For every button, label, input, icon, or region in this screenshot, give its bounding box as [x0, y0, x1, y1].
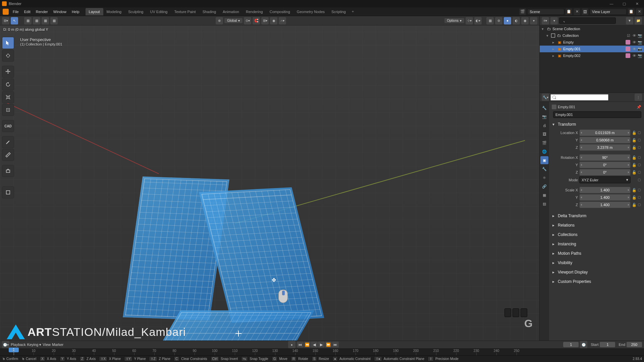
panel-transform-header[interactable]: ▾Transform — [552, 121, 641, 128]
close-button[interactable]: ✕ — [632, 1, 642, 7]
use-preview-range[interactable]: 🕐 — [580, 341, 587, 348]
add-workspace-button[interactable]: + — [349, 8, 357, 15]
snap-button[interactable]: 🧲 — [253, 17, 260, 24]
transform-tool[interactable] — [2, 104, 14, 116]
proptab-tool[interactable]: 🔧 — [540, 104, 548, 112]
keyframe-button[interactable] — [638, 171, 641, 174]
scene-icon[interactable]: 🎬 — [519, 8, 526, 15]
outliner-display-mode[interactable]: ▾ — [550, 17, 558, 24]
proptab-output[interactable]: 🖨 — [540, 121, 548, 129]
panel-viewport-display[interactable]: ▸Viewport Display — [552, 268, 641, 276]
outliner-editor-type[interactable]: ≡▾ — [542, 17, 549, 24]
measure-tool[interactable] — [2, 149, 14, 161]
properties-editor-type[interactable]: 🔧▾ — [542, 94, 549, 101]
proportional-falloff[interactable]: ∩▾ — [279, 17, 286, 24]
render-toggle[interactable]: 📷 — [637, 54, 643, 58]
viewlayer-delete-button[interactable]: ✕ — [636, 8, 643, 15]
cad-tool[interactable]: CAD — [2, 120, 14, 132]
lock-icon[interactable]: 🔓 — [632, 188, 637, 192]
menu-render[interactable]: Render — [33, 8, 51, 15]
lock-icon[interactable]: 🔓 — [632, 203, 637, 207]
lock-icon[interactable]: 🔓 — [632, 195, 637, 200]
keyframe-button[interactable] — [638, 189, 641, 191]
render-toggle[interactable]: 📷 — [637, 40, 643, 45]
keyframe-prev-button[interactable]: ⏪ — [304, 342, 311, 348]
play-reverse-button[interactable]: ◀ — [311, 342, 318, 348]
rotation-mode-dropdown[interactable]: XYZ Euler▾ — [579, 176, 631, 183]
keyframe-button[interactable] — [638, 131, 641, 134]
viewlayer-name-input[interactable] — [590, 9, 627, 15]
menu-file[interactable]: File — [10, 8, 21, 15]
hide-toggle[interactable]: 👁 — [632, 54, 637, 58]
keyframe-button[interactable] — [638, 196, 641, 199]
cursor-tool-header[interactable]: ↖ — [11, 17, 18, 24]
keyframe-next-button[interactable]: ⏩ — [325, 342, 332, 348]
panel-delta-transform[interactable]: ▸Delta Transform — [552, 212, 641, 220]
location-x-field[interactable]: 0.011928 m — [579, 129, 631, 136]
maximize-button[interactable]: ▢ — [619, 1, 629, 7]
menu-help[interactable]: Help — [69, 8, 82, 15]
checkbox-icon[interactable] — [551, 34, 555, 38]
workspace-geonodes[interactable]: Geometry Nodes — [293, 8, 328, 15]
timeline-editor-type[interactable]: 🕐▾ — [2, 341, 9, 348]
workspace-modeling[interactable]: Modeling — [103, 8, 125, 15]
shading-wire[interactable]: ⊚ — [495, 17, 502, 24]
proptab-object[interactable]: ▣ — [540, 156, 548, 164]
options-dropdown[interactable]: Options▾ — [444, 18, 464, 23]
disclosure-icon[interactable]: ▾ — [542, 27, 545, 31]
scale-x-field[interactable]: 1.400 — [579, 187, 631, 193]
scene-delete-button[interactable]: ✕ — [574, 8, 580, 15]
outliner-search-input[interactable] — [559, 17, 616, 24]
pin-icon[interactable]: 📌 — [637, 105, 641, 109]
scene-name-input[interactable] — [527, 9, 564, 15]
disclosure-icon[interactable]: ▸ — [552, 54, 556, 58]
select-tool[interactable] — [2, 37, 14, 49]
select-mode-4[interactable]: ▦ — [50, 17, 58, 24]
render-toggle[interactable]: 📷 — [637, 47, 643, 51]
scale-z-field[interactable]: 1.400 — [579, 201, 631, 208]
lock-icon[interactable]: 🔓 — [632, 145, 637, 150]
hide-toggle[interactable]: 👁 — [632, 34, 637, 38]
lock-icon[interactable]: 🔓 — [632, 131, 637, 135]
outliner-item-empty001[interactable]: ▸ ▣ Empty.001 👁📷 — [540, 46, 644, 52]
workspace-sculpting[interactable]: Sculpting — [125, 8, 147, 15]
outliner-item-empty002[interactable]: ▸ ▣ Empty.002 👁📷 — [540, 52, 644, 59]
hide-toggle[interactable]: 👁 — [632, 40, 637, 45]
select-mode-2[interactable]: ▦ — [33, 17, 40, 24]
shading-matprev[interactable]: ◐ — [513, 17, 520, 24]
panel-motion-paths[interactable]: ▸Motion Paths — [552, 250, 641, 257]
render-toggle[interactable]: 📷 — [637, 34, 643, 38]
rotation-y-field[interactable]: 0° — [579, 162, 631, 168]
menu-edit[interactable]: Edit — [21, 8, 33, 15]
menu-window[interactable]: Window — [51, 8, 69, 15]
outliner-scene-collection[interactable]: ▾ 🗀 Scene Collection — [540, 25, 644, 32]
workspace-texpaint[interactable]: Texture Paint — [171, 8, 199, 15]
keyframe-button[interactable] — [638, 179, 641, 181]
lock-icon[interactable]: 🔓 — [632, 170, 637, 175]
cursor-tool[interactable] — [2, 50, 14, 62]
lock-icon[interactable]: 🔓 — [632, 156, 637, 160]
proptab-world[interactable]: 🌐 — [540, 147, 548, 156]
proptab-modifiers[interactable]: 🔧 — [540, 165, 548, 173]
workspace-compositing[interactable]: Compositing — [266, 8, 293, 15]
shading-dropdown[interactable]: ▾ — [530, 17, 537, 24]
disclosure-icon[interactable]: ▸ — [552, 40, 556, 45]
viewlayer-new-button[interactable]: 📋 — [628, 8, 635, 15]
outliner-filter-button[interactable]: ▼ — [626, 17, 633, 24]
lock-icon[interactable]: 🔓 — [632, 163, 637, 167]
scale-y-field[interactable]: 1.400 — [579, 194, 631, 201]
outliner-new-collection[interactable]: 📁 — [635, 17, 642, 24]
proptab-render[interactable]: 📷 — [540, 113, 548, 121]
workspace-uv[interactable]: UV Editing — [147, 8, 171, 15]
keyframe-button[interactable] — [638, 146, 641, 149]
proptab-data[interactable]: ▦ — [540, 191, 548, 199]
proptab-physics[interactable]: ⚛ — [540, 174, 548, 182]
workspace-layout[interactable]: Layout — [86, 8, 103, 15]
editor-type-button[interactable]: ⊞▾ — [2, 17, 9, 24]
workspace-rendering[interactable]: Rendering — [243, 8, 266, 15]
shading-solid[interactable]: ● — [504, 17, 511, 24]
workspace-scripting[interactable]: Scripting — [328, 8, 349, 15]
pivot-button[interactable]: ⊙▾ — [244, 17, 251, 24]
proptab-texture[interactable]: ▨ — [540, 200, 548, 208]
panel-relations[interactable]: ▸Relations — [552, 222, 641, 229]
